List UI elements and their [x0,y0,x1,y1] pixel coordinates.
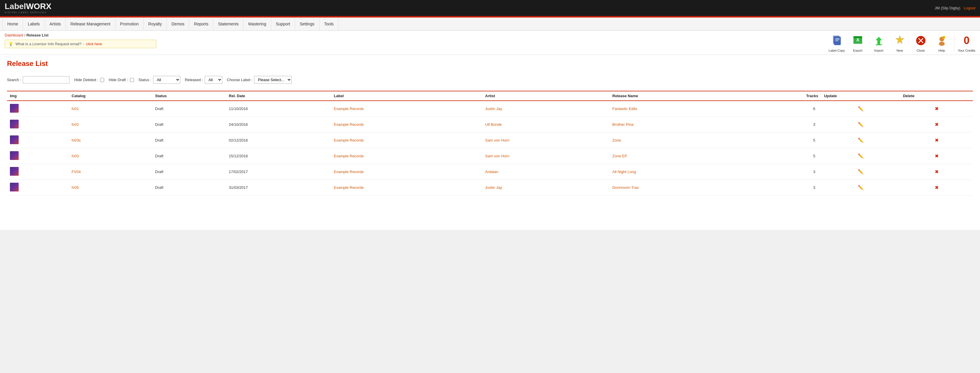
nav-item-demos[interactable]: Demos [167,18,189,30]
cell-label[interactable]: Example Records [331,164,482,180]
hide-draft-checkbox[interactable] [130,78,134,82]
nav-item-artists[interactable]: Artists [45,18,66,30]
breadcrumb-link[interactable]: Dashboard [5,33,23,37]
help-button[interactable]: 47 Help [933,33,951,52]
cell-release-name[interactable]: Dormroom Trax [609,180,746,196]
cell-artist[interactable]: Ulf Bonde [482,117,609,132]
choose-label-select[interactable]: Please Select... [254,76,292,84]
cell-delete[interactable]: ✖ [900,117,973,132]
cell-release-name[interactable]: Zone [609,132,746,148]
cell-release-name[interactable]: Fantastic Edits [609,101,746,117]
cell-label[interactable]: Example Records [331,132,482,148]
cell-tracks: 3 [746,180,821,196]
cell-update[interactable]: ✏️ [821,148,900,164]
col-img: Img [7,91,69,101]
cell-catalog[interactable]: fv02 [69,117,152,132]
cell-catalog[interactable]: FV04 [69,164,152,180]
released-group: Released : All Yes No [185,76,222,84]
new-button[interactable]: New [891,33,908,52]
logo-text: LabelWORX [5,2,51,11]
edit-icon[interactable]: ✏️ [858,122,864,127]
info-link[interactable]: click here [86,42,102,46]
nav-item-settings[interactable]: Settings [295,18,320,30]
col-tracks: Tracks [746,91,821,101]
cell-catalog[interactable]: fv01 [69,101,152,117]
delete-icon[interactable]: ✖ [935,122,939,127]
cell-catalog[interactable]: fv03 [69,148,152,164]
close-button[interactable]: Close [912,33,929,52]
cell-img [7,180,69,196]
edit-icon[interactable]: ✏️ [858,185,864,190]
release-thumbnail[interactable] [10,183,19,191]
release-thumbnail[interactable] [10,151,19,160]
cell-artist[interactable]: Ardalan [482,164,609,180]
import-button[interactable]: Import [870,33,888,52]
nav-item-home[interactable]: Home [2,18,23,30]
nav-item-promotion[interactable]: Promotion [116,18,144,30]
nav-item-statements[interactable]: Statements [213,18,243,30]
search-group: Search : [7,76,69,83]
label-copy-button[interactable]: Label.Copy [828,33,846,52]
cell-status: Draft [152,117,226,132]
cell-delete[interactable]: ✖ [900,101,973,117]
cell-label[interactable]: Example Records [331,180,482,196]
delete-icon[interactable]: ✖ [935,153,939,158]
cell-artist[interactable]: Justin Jay [482,101,609,117]
cell-catalog[interactable]: fv03s [69,132,152,148]
nav-item-support[interactable]: Support [271,18,295,30]
cell-artist[interactable]: Sam von Horn [482,132,609,148]
status-select[interactable]: All Draft Released Deleted [153,76,180,84]
release-thumbnail[interactable] [10,167,19,176]
cell-delete[interactable]: ✖ [900,132,973,148]
nav-item-royalty[interactable]: Royalty [143,18,167,30]
release-thumbnail[interactable] [10,135,19,144]
col-artist: Artist [482,91,609,101]
hide-deleted-checkbox[interactable] [100,78,104,82]
release-thumbnail[interactable] [10,120,19,128]
edit-icon[interactable]: ✏️ [858,169,864,174]
edit-icon[interactable]: ✏️ [858,138,864,143]
table-row: fv03sDraft02/12/2016Example RecordsSam v… [7,132,973,148]
breadcrumb-current: Release List [26,33,48,37]
cell-delete[interactable]: ✖ [900,148,973,164]
logo: LabelWORX DIGITAL LABEL SERVICES [5,2,51,14]
nav-item-tools[interactable]: Tools [320,18,339,30]
delete-icon[interactable]: ✖ [935,106,939,111]
credits-button[interactable]: 0 Your Credits [958,33,975,52]
cell-update[interactable]: ✏️ [821,132,900,148]
edit-icon[interactable]: ✏️ [858,106,864,111]
nav-item-labels[interactable]: Labels [23,18,45,30]
export-button[interactable]: X Export [849,33,867,52]
cell-artist[interactable]: Justin Jay [482,180,609,196]
release-thumbnail[interactable] [10,104,19,113]
cell-label[interactable]: Example Records [331,148,482,164]
cell-label[interactable]: Example Records [331,101,482,117]
cell-release-name[interactable]: All Night Long [609,164,746,180]
nav-item-mastering[interactable]: Mastering [243,18,271,30]
label-copy-label: Label.Copy [829,49,845,52]
cell-label[interactable]: Example Records [331,117,482,132]
credits-label: Your Credits [958,49,975,52]
cell-catalog[interactable]: fv05 [69,180,152,196]
cell-artist[interactable]: Sam von Horn [482,148,609,164]
cell-rel-date: 15/12/2016 [226,148,331,164]
nav-item-release-management[interactable]: Release Management [66,18,116,30]
delete-icon[interactable]: ✖ [935,138,939,143]
cell-release-name[interactable]: Zone EP [609,148,746,164]
cell-update[interactable]: ✏️ [821,101,900,117]
logout-link[interactable]: Logout [964,6,975,10]
cell-update[interactable]: ✏️ [821,164,900,180]
cell-release-name[interactable]: Brother Pina [609,117,746,132]
delete-icon[interactable]: ✖ [935,185,939,190]
cell-update[interactable]: ✏️ [821,117,900,132]
cell-tracks: 6 [746,101,821,117]
cell-delete[interactable]: ✖ [900,180,973,196]
cell-update[interactable]: ✏️ [821,180,900,196]
nav-item-reports[interactable]: Reports [189,18,213,30]
delete-icon[interactable]: ✖ [935,169,939,174]
search-input[interactable] [23,76,69,83]
cell-delete[interactable]: ✖ [900,164,973,180]
edit-icon[interactable]: ✏️ [858,153,864,158]
released-select[interactable]: All Yes No [205,76,222,84]
info-text: What is a Licensor Info Request email? - [16,42,84,46]
